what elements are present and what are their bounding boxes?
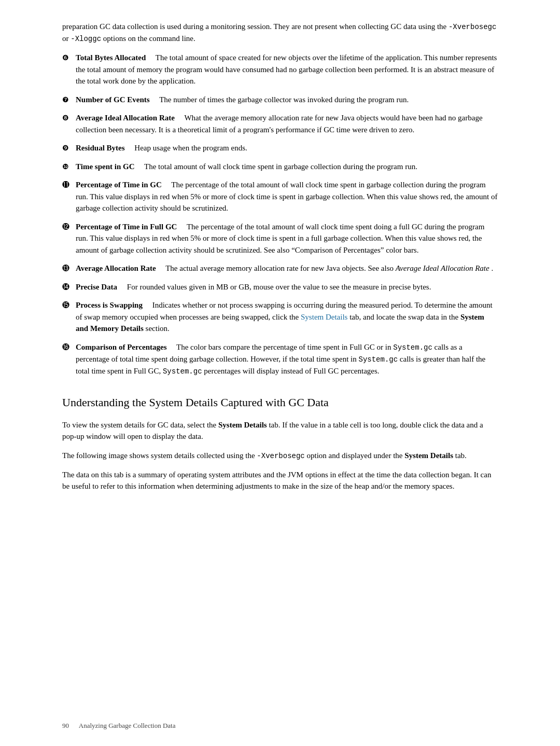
item-10-content: Time spent in GC The total amount of wal… (76, 161, 498, 173)
item-6-spacer (148, 53, 153, 62)
intro-text-after: options on the command line. (103, 34, 195, 43)
item-14-text: For rounded values given in MB or GB, mo… (127, 283, 431, 291)
item-10-icon: ❿ (62, 161, 74, 172)
item-15-label: Process is Swapping (76, 301, 143, 309)
item-9-spacer (127, 144, 132, 152)
item-9-icon: ❾ (62, 143, 74, 154)
item-7-label: Number of GC Events (76, 95, 150, 104)
item-11-spacer (164, 181, 170, 189)
page: preparation GC data collection is used d… (0, 0, 560, 746)
section-heading: Understanding the System Details Capture… (62, 394, 498, 411)
item-14-content: Precise Data For rounded values given in… (76, 281, 498, 293)
item-8-spacer (177, 114, 183, 122)
footer: 90 Analyzing Garbage Collection Data (62, 721, 175, 731)
section-para1-text1: To view the system details for GC data, … (62, 421, 216, 429)
footer-page-number: 90 (62, 722, 69, 729)
item-7-spacer (151, 95, 157, 104)
footer-title: Analyzing Garbage Collection Data (79, 722, 176, 729)
item-6-icon: ❻ (62, 52, 74, 63)
item-7-text: The number of times the garbage collecto… (159, 95, 409, 104)
item-7-content: Number of GC Events The number of times … (76, 94, 498, 106)
item-residual-bytes: ❾ Residual Bytes Heap usage when the pro… (62, 142, 498, 154)
item-11-label: Percentage of Time in GC (76, 181, 162, 189)
item-12-spacer (179, 223, 185, 231)
item-16-code3: System.gc (163, 367, 202, 376)
item-10-label: Time spent in GC (76, 162, 135, 171)
item-15-content: Process is Swapping Indicates whether or… (76, 299, 498, 335)
item-13-text: The actual average memory allocation rat… (165, 264, 394, 272)
section-para2-text2: option and displayed under the (307, 451, 403, 460)
item-11-icon: ⓫ (62, 179, 74, 190)
section-para2-bold: System Details (404, 451, 453, 460)
intro-code1: -Xverbosegc (449, 23, 496, 31)
item-16-code2: System.gc (358, 355, 398, 364)
item-15-spacer (145, 301, 150, 309)
section-para2: The following image shows system details… (62, 450, 498, 462)
item-8-content: Average Ideal Allocation Rate What the a… (76, 112, 498, 135)
item-14-label: Precise Data (76, 283, 117, 291)
item-16-code1: System.gc (393, 343, 432, 352)
footer-spacer (71, 722, 77, 729)
section-para1-bold: System Details (218, 421, 267, 429)
intro-code2: -Xloggc (71, 35, 101, 43)
system-details-link[interactable]: System Details (301, 313, 347, 321)
item-9-text: Heap usage when the program ends. (134, 144, 247, 152)
section-para2-code: -Xverbosegc (257, 452, 304, 460)
item-12-label: Percentage of Time in Full GC (76, 223, 177, 231)
item-16-text1: The color bars compare the percentage of… (176, 343, 391, 351)
item-16-icon: ⓰ (62, 342, 74, 353)
item-11-content: Percentage of Time in GC The percentage … (76, 179, 498, 214)
item-comparison-percentages: ⓰ Comparison of Percentages The color ba… (62, 341, 498, 377)
intro-paragraph: preparation GC data collection is used d… (62, 21, 498, 45)
item-7-icon: ❼ (62, 94, 74, 105)
item-6-label: Total Bytes Allocated (76, 53, 146, 62)
intro-text-before: preparation GC data collection is used d… (62, 22, 446, 31)
item-precise-data: ⓮ Precise Data For rounded values given … (62, 281, 498, 293)
item-total-bytes-allocated: ❻ Total Bytes Allocated The total amount… (62, 52, 498, 87)
section-para2-text3: tab. (455, 451, 467, 460)
section-para2-text1: The following image shows system details… (62, 451, 255, 460)
item-10-text: The total amount of wall clock time spen… (144, 162, 417, 171)
item-9-content: Residual Bytes Heap usage when the progr… (76, 142, 498, 154)
item-8-label: Average Ideal Allocation Rate (76, 114, 175, 122)
item-12-content: Percentage of Time in Full GC The percen… (76, 221, 498, 256)
item-9-label: Residual Bytes (76, 144, 125, 152)
item-13-text2: . (491, 264, 493, 272)
item-percentage-time-full-gc: ⓬ Percentage of Time in Full GC The perc… (62, 221, 498, 256)
item-process-swapping: ⓯ Process is Swapping Indicates whether … (62, 299, 498, 335)
item-6-content: Total Bytes Allocated The total amount o… (76, 52, 498, 87)
item-number-gc-events: ❼ Number of GC Events The number of time… (62, 94, 498, 106)
item-13-italic: Average Ideal Allocation Rate (396, 264, 489, 272)
item-13-label: Average Allocation Rate (76, 264, 156, 272)
item-time-spent-gc: ❿ Time spent in GC The total amount of w… (62, 161, 498, 173)
item-16-spacer (169, 343, 174, 351)
item-14-spacer (119, 283, 125, 291)
intro-or: or (62, 34, 71, 43)
item-8-icon: ❽ (62, 113, 74, 123)
item-average-ideal-allocation-rate: ❽ Average Ideal Allocation Rate What the… (62, 112, 498, 135)
item-15-text2: tab, and locate the swap data in the (349, 313, 458, 321)
item-percentage-time-gc: ⓫ Percentage of Time in GC The percentag… (62, 179, 498, 214)
item-15-text3: section. (146, 324, 170, 333)
item-12-icon: ⓬ (62, 222, 74, 232)
item-15-icon: ⓯ (62, 300, 74, 311)
section-para1: To view the system details for GC data, … (62, 419, 498, 443)
item-10-spacer (136, 162, 142, 171)
item-13-content: Average Allocation Rate The actual avera… (76, 263, 498, 274)
item-16-text4: percentages will display instead of Full… (204, 367, 379, 375)
item-13-spacer (158, 264, 163, 272)
item-14-icon: ⓮ (62, 282, 74, 293)
item-13-icon: ⓭ (62, 263, 74, 274)
item-average-allocation-rate: ⓭ Average Allocation Rate The actual ave… (62, 263, 498, 274)
item-16-content: Comparison of Percentages The color bars… (76, 341, 498, 377)
section-para3: The data on this tab is a summary of ope… (62, 469, 498, 492)
item-16-label: Comparison of Percentages (76, 343, 167, 351)
